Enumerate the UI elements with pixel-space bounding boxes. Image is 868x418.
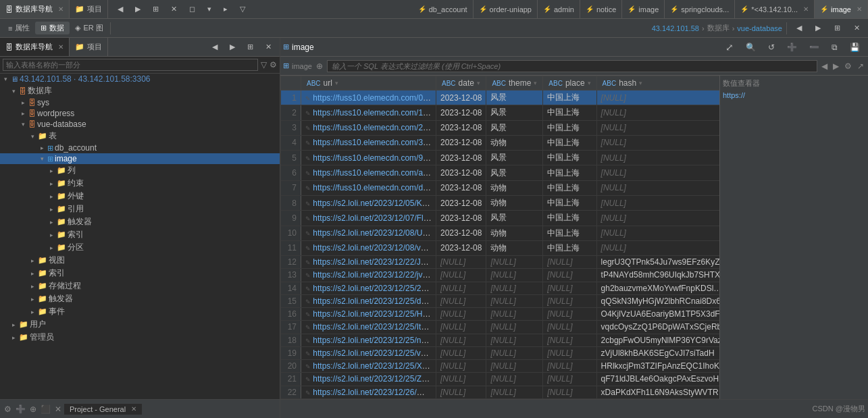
place-cell[interactable]: 中国上海 — [543, 135, 596, 150]
close-icon9[interactable]: ✕ — [857, 5, 862, 13]
close-icon[interactable]: ✕ — [58, 5, 63, 13]
url-cell[interactable]: ✎ https://s2.loli.net/2023/12/25/2Pfp3jY… — [301, 282, 436, 294]
sync-btn[interactable]: ▾ — [202, 3, 217, 15]
col-date[interactable]: ABC date ▾ — [436, 76, 486, 90]
place-cell[interactable]: [NULL] — [543, 282, 596, 294]
table-row[interactable]: 15 ✎ https://s2.loli.net/2023/12/25/ds8v… — [281, 294, 720, 307]
place-sort-btn[interactable]: ▾ — [588, 80, 591, 86]
place-cell[interactable]: [NULL] — [543, 373, 596, 386]
place-cell[interactable]: [NULL] — [543, 294, 596, 307]
place-cell[interactable]: 中国上海 — [543, 105, 596, 120]
hash-cell[interactable]: [NULL] — [596, 165, 719, 180]
url-cell[interactable]: ✎ https://fuss10.elemecdn.com/a/3f/330..… — [301, 165, 436, 180]
table-row[interactable]: 16 ✎ https://s2.loli.net/2023/12/25/HhSu… — [281, 308, 720, 321]
date-cell[interactable]: [NULL] — [436, 269, 486, 282]
theme-cell[interactable]: [NULL] — [486, 308, 543, 321]
tree-index2-folder[interactable]: ▸ 📁 索引 — [0, 267, 280, 280]
hash-cell[interactable]: [NULL] — [596, 135, 719, 150]
date-sort-btn[interactable]: ▾ — [477, 80, 480, 86]
tab-notice[interactable]: ⚡ notice — [580, 0, 622, 19]
window-btn[interactable]: ⊞ — [147, 3, 164, 15]
tree-fk-folder[interactable]: ▸ 📁 外键 — [0, 190, 280, 203]
tree-db-account[interactable]: ▸ ⊞ db_account — [0, 142, 280, 153]
settings-icon[interactable]: ⚙ — [270, 60, 277, 70]
url-cell[interactable]: ✎ https://s2.loli.net/2023/12/07/FlrUiAH… — [301, 211, 436, 226]
theme-cell[interactable]: [NULL] — [486, 386, 543, 398]
date-cell[interactable]: 2023-12-08 — [436, 195, 486, 210]
table-row[interactable]: 14 ✎ https://s2.loli.net/2023/12/25/2Pfp… — [281, 282, 720, 294]
tree-admin-folder[interactable]: ▸ 📁 管理员 — [0, 331, 280, 344]
date-cell[interactable]: [NULL] — [436, 346, 486, 359]
tab-image-active[interactable]: ⚡ image ✕ — [815, 0, 868, 19]
hash-cell[interactable]: qF71ldJBL4e6OakgcPAxEszvoH — [596, 373, 719, 386]
refresh-btn[interactable]: ⊞ — [829, 22, 846, 34]
filter-btn[interactable]: ▽ — [234, 3, 251, 15]
nav-back-btn2[interactable]: ◀ — [791, 22, 807, 34]
place-cell[interactable]: [NULL] — [543, 308, 596, 321]
properties-tab[interactable]: ≡ 属性 — [3, 22, 35, 34]
tree-db-root[interactable]: ▾ 🗄 数据库 — [0, 84, 280, 97]
query-settings-btn[interactable]: ⚙ — [843, 60, 853, 72]
tab-db-account[interactable]: ⚡ db_account — [413, 0, 474, 19]
url-cell[interactable]: ✎ https://fuss10.elemecdn.com/3/28/bb... — [301, 135, 436, 150]
right-save-btn[interactable]: 💾 — [844, 41, 865, 53]
date-cell[interactable]: 2023-12-08 — [436, 165, 486, 180]
date-cell[interactable]: 2023-12-08 — [436, 151, 486, 165]
date-cell[interactable]: [NULL] — [436, 256, 486, 269]
tree-sys[interactable]: ▸ 🗄 sys — [0, 97, 280, 108]
hash-sort-btn[interactable]: ▾ — [639, 80, 642, 86]
theme-cell[interactable]: 动物 — [486, 195, 543, 210]
hash-cell[interactable]: [NULL] — [596, 240, 719, 255]
theme-cell[interactable]: [NULL] — [486, 256, 543, 269]
query-prev-btn[interactable]: ◀ — [820, 60, 829, 72]
theme-cell[interactable]: 动物 — [486, 180, 543, 195]
place-cell[interactable]: 中国上海 — [543, 90, 596, 105]
right-filter-btn[interactable]: 🔍 — [740, 41, 761, 53]
table-row[interactable]: 20 ✎ https://s2.loli.net/2023/12/25/XkWF… — [281, 360, 720, 373]
date-cell[interactable]: [NULL] — [436, 386, 486, 398]
date-cell[interactable]: 2023-12-08 — [436, 226, 486, 240]
url-cell[interactable]: ✎ https://s2.loli.net/2023/12/25/ItCVnZe… — [301, 321, 436, 334]
hash-cell[interactable]: tP4NAYd58mhC96UIqkJb7SHTX1 — [596, 269, 719, 282]
right-dup-btn[interactable]: ⧉ — [826, 41, 843, 53]
table-row[interactable]: 17 ✎ https://s2.loli.net/2023/12/25/ItCV… — [281, 321, 720, 334]
url-cell[interactable]: ✎ https://s2.loli.net/2023/12/22/JHMVRm.… — [301, 256, 436, 269]
date-cell[interactable]: [NULL] — [436, 282, 486, 294]
close-icon8[interactable]: ✕ — [803, 5, 809, 13]
url-cell[interactable]: ✎ https://s2.loli.net/2023/12/22/jvPCIOD… — [301, 269, 436, 282]
hash-cell[interactable]: [NULL] — [596, 180, 719, 195]
x-btn[interactable]: ✕ — [848, 22, 865, 34]
hash-cell[interactable]: gh2bauzvmeXMoYvwfFnpKDSlHE3 — [596, 282, 719, 294]
left-close-btn[interactable]: ✕ — [260, 41, 277, 53]
tree-event-folder[interactable]: ▸ 📁 事件 — [0, 305, 280, 318]
right-minus-btn[interactable]: ➖ — [804, 41, 825, 53]
tree-users-folder[interactable]: ▸ 📁 用户 — [0, 318, 280, 331]
bottom-x-btn[interactable]: ✕ — [53, 403, 63, 415]
bottom-settings-btn[interactable]: ⚙ — [3, 403, 13, 415]
url-cell[interactable]: ✎ https://s2.loli.net/2023/12/08/vc8P5tF… — [301, 240, 436, 255]
tree-partition-folder[interactable]: ▸ 📁 分区 — [0, 241, 280, 254]
hash-cell[interactable]: [NULL] — [596, 211, 719, 226]
tab-43-ip[interactable]: ⚡ *<43.142.10... ✕ — [735, 0, 815, 19]
place-cell[interactable]: [NULL] — [543, 386, 596, 398]
theme-cell[interactable]: 动物 — [486, 135, 543, 150]
bottom-add-btn[interactable]: ➕ — [14, 403, 27, 415]
date-cell[interactable]: 2023-12-08 — [436, 180, 486, 195]
date-cell[interactable]: 2023-12-08 — [436, 240, 486, 255]
col-hash[interactable]: ABC hash ▾ — [596, 76, 719, 90]
tab-order-uniapp[interactable]: ⚡ order-uniapp — [474, 0, 538, 19]
url-cell[interactable]: ✎ https://fuss10.elemecdn.com/9/bb/e2... — [301, 151, 436, 165]
date-cell[interactable]: 2023-12-08 — [436, 105, 486, 120]
table-row[interactable]: 5 ✎ https://fuss10.elemecdn.com/9/bb/e2.… — [281, 151, 720, 165]
theme-cell[interactable]: [NULL] — [486, 360, 543, 373]
date-cell[interactable]: [NULL] — [436, 373, 486, 386]
theme-cell[interactable]: 动物 — [486, 226, 543, 240]
restore-btn[interactable]: ◻ — [184, 3, 201, 15]
url-cell[interactable]: ✎ https://s2.loli.net/2023/12/25/XkWFqi.… — [301, 360, 436, 373]
theme-cell[interactable]: [NULL] — [486, 334, 543, 346]
tree-constraint-folder[interactable]: ▸ 📁 约束 — [0, 177, 280, 190]
url-cell[interactable]: ✎ https://s2.loli.net/2023/12/25/ZpaWAC.… — [301, 373, 436, 386]
hash-cell[interactable]: [NULL] — [596, 120, 719, 135]
tree-folder-tables[interactable]: ▾ 📁 表 — [0, 130, 280, 142]
url-cell[interactable]: ✎ https://fuss10.elemecdn.com/d/e6/c4... — [301, 180, 436, 195]
